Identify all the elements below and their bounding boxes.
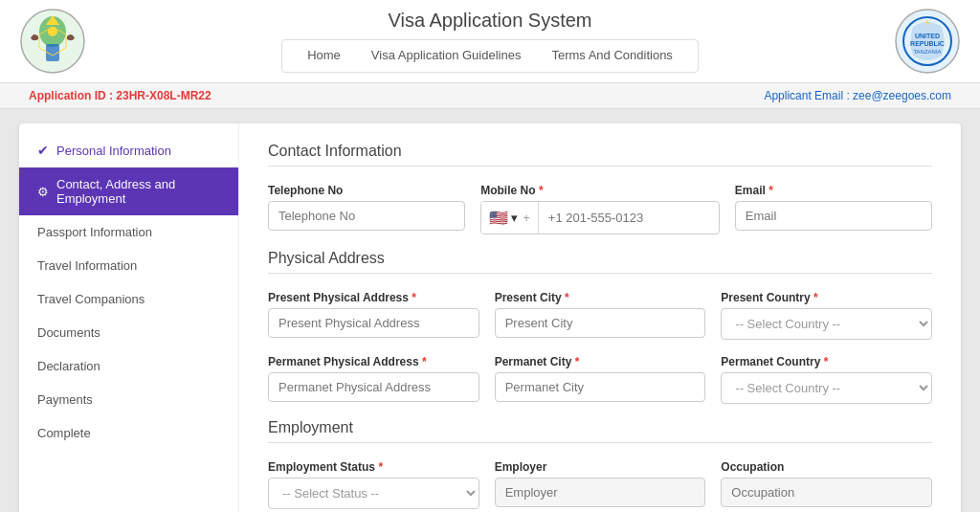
sidebar-label-documents: Documents	[37, 325, 100, 340]
contact-section-title: Contact Information	[268, 143, 932, 160]
sidebar-label-complete: Complete	[37, 426, 91, 440]
permanent-address-group: Permanet Physical Address *	[268, 355, 479, 404]
nav-home[interactable]: Home	[292, 40, 356, 72]
sidebar-label-travel: Travel Information	[37, 258, 137, 273]
sidebar: ✔ Personal Information ⚙ Contact, Addres…	[19, 123, 239, 512]
sidebar-label-payments: Payments	[37, 392, 93, 407]
permanent-country-group: Permanet Country * -- Select Country --	[721, 355, 932, 404]
telephone-label: Telephone No	[268, 184, 465, 197]
contact-row-1: Telephone No Mobile No * 🇺🇸 ▾ +	[268, 184, 932, 234]
email-label: Email *	[735, 184, 932, 197]
main-container: ✔ Personal Information ⚙ Contact, Addres…	[19, 123, 961, 512]
app-bar: Application ID : 23HR-X08L-MR22 Applican…	[0, 83, 980, 109]
header-center: Visa Application System Home Visa Applic…	[281, 10, 699, 73]
sidebar-label-companions: Travel Companions	[37, 292, 145, 306]
occupation-input[interactable]	[721, 478, 932, 507]
sidebar-item-contact-address[interactable]: ⚙ Contact, Address and Employment	[19, 167, 238, 215]
email-group: Email *	[735, 184, 932, 234]
physical-address-title: Physical Address	[268, 250, 932, 267]
check-icon: ✔	[37, 143, 49, 158]
svg-text:REPUBLIC: REPUBLIC	[910, 40, 945, 47]
app-email-label: Applicant Email :	[764, 89, 849, 102]
sidebar-item-documents[interactable]: Documents	[19, 316, 238, 349]
employment-row-1: Employment Status * -- Select Status -- …	[268, 460, 932, 509]
present-city-input[interactable]	[495, 308, 706, 338]
employment-title: Employment	[268, 419, 932, 436]
occupation-label: Occupation	[721, 460, 932, 474]
present-country-select[interactable]: -- Select Country --	[721, 308, 932, 340]
physical-address-section: Physical Address Present Physical Addres…	[268, 250, 932, 404]
sidebar-label-declaration: Declaration	[37, 359, 100, 373]
permanent-address-input[interactable]	[268, 372, 479, 402]
present-address-group: Present Physical Address *	[268, 291, 479, 340]
present-country-group: Present Country * -- Select Country --	[721, 291, 932, 340]
svg-text:TANZANIA: TANZANIA	[913, 49, 941, 55]
sidebar-item-complete[interactable]: Complete	[19, 416, 238, 450]
flag-icon: 🇺🇸	[489, 209, 508, 227]
email-input[interactable]	[735, 201, 932, 231]
employer-label: Employer	[495, 460, 706, 474]
employer-group: Employer	[495, 460, 706, 509]
employer-input[interactable]	[495, 478, 706, 507]
telephone-input[interactable]	[268, 201, 465, 231]
present-country-label: Present Country *	[721, 291, 932, 304]
mobile-group: Mobile No * 🇺🇸 ▾ +	[480, 184, 720, 234]
sidebar-item-travel-companions[interactable]: Travel Companions	[19, 282, 238, 316]
sidebar-item-personal-information[interactable]: ✔ Personal Information	[19, 133, 238, 167]
sidebar-item-payments[interactable]: Payments	[19, 383, 238, 416]
svg-text:UNITED: UNITED	[915, 33, 940, 39]
app-email-container: Applicant Email : zee@zeegoes.com	[764, 89, 951, 102]
gear-icon: ⚙	[37, 185, 49, 199]
nav-guidelines[interactable]: Visa Application Guidelines	[356, 40, 537, 72]
employment-divider	[268, 442, 932, 443]
address-row-1: Present Physical Address * Present City …	[268, 291, 932, 340]
permanent-country-label: Permanet Country *	[721, 355, 932, 368]
sidebar-label-personal: Personal Information	[56, 144, 171, 158]
logo-right: UNITED REPUBLIC TANZANIA	[894, 8, 961, 75]
phone-input-wrapper: 🇺🇸 ▾ +	[480, 201, 720, 234]
mobile-input[interactable]	[539, 204, 719, 232]
permanent-city-group: Permanet City *	[495, 355, 706, 404]
contact-section: Contact Information Telephone No Mobile …	[268, 143, 932, 234]
nav-terms[interactable]: Terms And Conditions	[536, 40, 687, 72]
present-address-input[interactable]	[268, 308, 479, 338]
employment-status-label: Employment Status *	[268, 460, 479, 474]
contact-divider	[268, 166, 932, 167]
sidebar-item-travel-info[interactable]: Travel Information	[19, 249, 238, 282]
app-id-container: Application ID : 23HR-X08L-MR22	[29, 89, 212, 102]
sidebar-label-passport: Passport Information	[37, 225, 152, 239]
logo-left	[19, 8, 86, 75]
svg-point-5	[48, 27, 57, 36]
present-city-group: Present City *	[495, 291, 706, 340]
present-city-label: Present City *	[495, 291, 706, 304]
permanent-city-input[interactable]	[495, 372, 706, 402]
permanent-address-label: Permanet Physical Address *	[268, 355, 479, 368]
occupation-group: Occupation	[721, 460, 932, 509]
app-id-label: Application ID :	[29, 89, 113, 102]
address-divider	[268, 273, 932, 274]
permanent-country-select[interactable]: -- Select Country --	[721, 372, 932, 404]
telephone-group: Telephone No	[268, 184, 465, 234]
sidebar-item-passport[interactable]: Passport Information	[19, 215, 238, 249]
phone-flag: 🇺🇸 ▾ +	[481, 202, 539, 234]
employment-status-select[interactable]: -- Select Status --	[268, 478, 479, 509]
sidebar-item-declaration[interactable]: Declaration	[19, 349, 238, 383]
employment-section: Employment Employment Status * -- Select…	[268, 419, 932, 509]
app-title: Visa Application System	[281, 10, 699, 32]
sidebar-label-contact: Contact, Address and Employment	[56, 177, 223, 206]
nav-bar: Home Visa Application Guidelines Terms A…	[281, 39, 699, 73]
header: Visa Application System Home Visa Applic…	[0, 0, 980, 83]
app-email-value: zee@zeegoes.com	[853, 89, 951, 102]
permanent-city-label: Permanet City *	[495, 355, 706, 368]
content-area: Contact Information Telephone No Mobile …	[239, 123, 961, 512]
mobile-label: Mobile No *	[480, 184, 720, 197]
app-id-value: 23HR-X08L-MR22	[116, 89, 211, 102]
employment-status-group: Employment Status * -- Select Status --	[268, 460, 479, 509]
address-row-2: Permanet Physical Address * Permanet Cit…	[268, 355, 932, 404]
present-address-label: Present Physical Address *	[268, 291, 479, 304]
